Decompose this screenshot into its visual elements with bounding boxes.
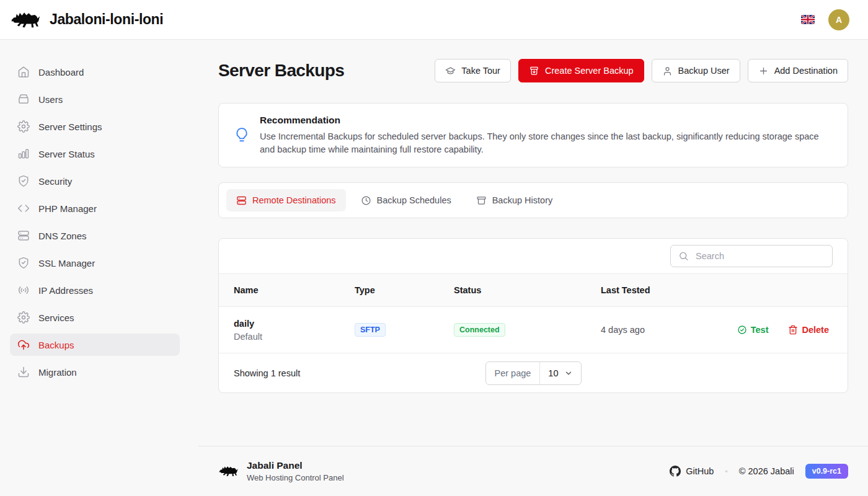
bar-chart-icon	[17, 148, 30, 160]
search-input[interactable]	[670, 245, 833, 267]
sidebar-item-label: Server Settings	[38, 122, 102, 132]
delete-label: Delete	[802, 325, 829, 335]
add-destination-label: Add Destination	[774, 66, 838, 76]
sidebar-item-migration[interactable]: Migration	[10, 361, 180, 383]
sidebar-item-label: Backups	[38, 340, 74, 350]
footer-separator: •	[725, 467, 728, 476]
type-badge: SFTP	[355, 323, 386, 337]
per-page-select[interactable]: Per page 10	[485, 361, 582, 385]
table-header-row: Name Type Status Last Tested	[219, 273, 848, 307]
gear-icon	[17, 311, 30, 324]
tab-label: Remote Destinations	[252, 195, 336, 205]
sidebar-item-ip-addresses[interactable]: IP Addresses	[10, 279, 180, 301]
language-flag-uk-icon[interactable]	[801, 15, 815, 24]
footer-copyright: © 2026 Jabali	[739, 466, 794, 476]
status-badge: Connected	[454, 323, 505, 337]
tab-backup-history[interactable]: Backup History	[466, 189, 563, 211]
delete-button[interactable]: Delete	[784, 324, 833, 335]
create-server-backup-label: Create Server Backup	[545, 66, 634, 76]
clock-icon	[361, 195, 371, 206]
per-page-value: 10	[548, 368, 558, 378]
server-stack-icon	[17, 229, 30, 242]
tab-label: Backup History	[492, 195, 553, 205]
sidebar-item-label: SSL Manager	[38, 258, 95, 268]
site-footer: Jabali Panel Web Hosting Control Panel G…	[198, 446, 868, 496]
create-server-backup-button[interactable]: Create Server Backup	[518, 59, 644, 82]
user-avatar[interactable]: A	[828, 9, 849, 30]
github-link[interactable]: GitHub	[670, 466, 714, 477]
sidebar-item-label: Dashboard	[38, 67, 84, 78]
sidebar-item-label: Migration	[38, 367, 77, 378]
per-page-label: Per page	[486, 362, 541, 384]
sidebar-item-backups[interactable]: Backups	[10, 334, 180, 356]
tab-remote-destinations[interactable]: Remote Destinations	[226, 189, 346, 211]
github-icon	[670, 466, 681, 477]
github-label: GitHub	[686, 466, 714, 476]
chevron-down-icon	[564, 369, 573, 378]
check-circle-icon	[737, 325, 747, 335]
sidebar-item-label: Server Status	[38, 149, 95, 159]
table-footer: Showing 1 result Per page 10	[219, 353, 848, 392]
sidebar-item-server-status[interactable]: Server Status	[10, 143, 180, 165]
sidebar-item-dns-zones[interactable]: DNS Zones	[10, 224, 180, 247]
sidebar-item-php-manager[interactable]: PHP Manager	[10, 197, 180, 219]
backup-user-label: Backup User	[678, 66, 730, 76]
home-icon	[17, 66, 30, 78]
recommendation-banner: Recommendation Use Incremental Backups f…	[218, 103, 848, 167]
trash-icon	[788, 325, 798, 335]
take-tour-button[interactable]: Take Tour	[435, 59, 511, 82]
column-header-last-tested: Last Tested	[601, 285, 833, 295]
boar-logo-icon	[10, 9, 42, 31]
tour-graduation-cap-icon	[445, 66, 456, 76]
test-button[interactable]: Test	[733, 324, 773, 335]
sidebar-item-server-settings[interactable]: Server Settings	[10, 115, 180, 138]
sidebar-item-services[interactable]: Services	[10, 306, 180, 329]
sidebar-item-label: DNS Zones	[38, 231, 87, 241]
version-badge: v0.9-rc1	[805, 464, 848, 479]
sidebar-item-label: PHP Manager	[38, 203, 97, 214]
app-brand[interactable]: Jabaloni-loni-loni	[10, 9, 163, 31]
page-title: Server Backups	[218, 61, 344, 81]
sidebar-item-ssl-manager[interactable]: SSL Manager	[10, 252, 180, 274]
tab-label: Backup Schedules	[377, 195, 451, 205]
sidebar: Dashboard Users Server Settings Server S…	[0, 40, 198, 496]
shield-check-icon	[17, 175, 30, 187]
add-destination-button[interactable]: Add Destination	[748, 59, 848, 82]
main-area: Server Backups Take Tour Create Server B…	[198, 40, 868, 496]
code-icon	[17, 202, 30, 215]
take-tour-label: Take Tour	[461, 66, 500, 76]
destination-subtitle: Default	[234, 332, 355, 342]
server-stack-icon	[236, 195, 247, 206]
shield-check-icon	[17, 257, 30, 269]
plus-icon	[758, 66, 769, 76]
app-title: Jabaloni-loni-loni	[50, 11, 163, 28]
broadcast-icon	[17, 284, 30, 296]
sidebar-item-label: Security	[38, 176, 72, 187]
recommendation-title: Recommendation	[260, 115, 833, 126]
boar-logo-icon	[218, 464, 239, 479]
search-icon	[678, 251, 689, 262]
cloud-upload-icon	[17, 339, 30, 351]
sidebar-item-users[interactable]: Users	[10, 88, 180, 110]
footer-brand-name: Jabali Panel	[247, 460, 344, 471]
recommendation-body: Use Incremental Backups for scheduled se…	[260, 130, 833, 156]
column-header-status: Status	[454, 285, 601, 295]
destination-name: daily	[234, 319, 355, 329]
table-row: daily Default SFTP Connected 4 days ago …	[219, 307, 848, 353]
sidebar-item-label: Services	[38, 312, 74, 323]
backup-user-button[interactable]: Backup User	[652, 59, 740, 82]
user-icon	[662, 66, 673, 76]
top-header: Jabaloni-loni-loni A	[0, 0, 868, 40]
column-header-name: Name	[234, 285, 355, 295]
gear-icon	[17, 120, 30, 133]
test-label: Test	[751, 325, 769, 335]
sidebar-item-dashboard[interactable]: Dashboard	[10, 61, 180, 83]
backup-tabs: Remote Destinations Backup Schedules Bac…	[218, 182, 848, 218]
sidebar-item-security[interactable]: Security	[10, 170, 180, 192]
footer-brand-subtitle: Web Hosting Control Panel	[247, 473, 344, 482]
page-actions: Take Tour Create Server Backup Backup Us…	[435, 59, 848, 82]
search-box	[670, 245, 833, 267]
results-count: Showing 1 result	[234, 368, 485, 378]
tab-backup-schedules[interactable]: Backup Schedules	[351, 189, 461, 211]
destinations-table-card: Name Type Status Last Tested daily Defau…	[218, 238, 848, 393]
